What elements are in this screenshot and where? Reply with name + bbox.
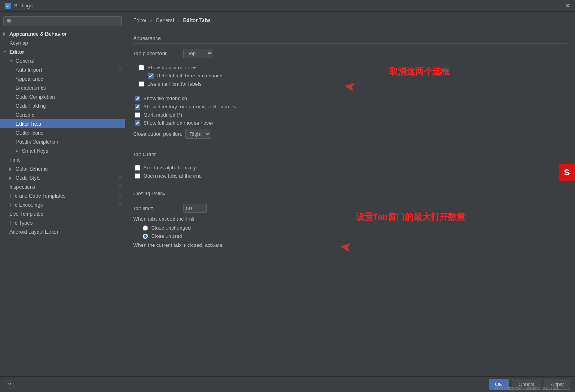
sidebar-item-file-code-templates[interactable]: File and Code Templates ⊞ [0,191,125,200]
close-unchanged-radio[interactable] [143,225,148,231]
expand-arrow: ▶ [9,167,14,171]
open-new-end-row: Open new tabs at the end [133,173,567,179]
mark-modified-row: Mark modified (*) [133,112,567,118]
sidebar-item-color-scheme[interactable]: ▶ Color Scheme [0,164,125,173]
close-unchanged-label[interactable]: Close unchanged [151,225,191,231]
sidebar-label: Android Layout Editor [9,229,58,235]
sidebar-item-breadcrumbs[interactable]: Breadcrumbs [0,83,125,92]
sidebar-item-editor-tabs[interactable]: Editor Tabs [0,119,125,128]
show-full-path-checkbox[interactable] [135,120,140,126]
sidebar-item-file-types[interactable]: File Types [0,218,125,227]
bottom-bar: ? OK Cancel Apply https://blog.csdn.net/… [0,376,575,392]
sidebar-label: General [16,58,34,64]
window-title: Settings [14,3,33,9]
sidebar-item-keymap[interactable]: Keymap [0,38,125,47]
when-closed-label: When the current tab is closed, activate… [133,242,224,248]
show-full-path-label[interactable]: Show full path on mouse hover [143,120,213,126]
close-button[interactable]: ✕ [565,3,570,9]
content-area: Editor › General › Editor Tabs Appearanc… [125,12,575,392]
tab-placement-select[interactable]: Top Bottom Left Right None [183,49,213,58]
show-directory-label[interactable]: Show directory for non-unique file names [143,104,236,110]
sidebar-item-android-layout-editor[interactable]: Android Layout Editor [0,227,125,236]
sidebar-item-appearance-behavior[interactable]: ▶ Appearance & Behavior [0,29,125,38]
mark-modified-checkbox[interactable] [135,112,140,118]
hide-tabs-no-space-checkbox[interactable] [148,73,154,79]
open-new-end-checkbox[interactable] [135,173,140,179]
sidebar-item-gutter-icons[interactable]: Gutter Icons [0,128,125,137]
sidebar-item-console[interactable]: Console [0,110,125,119]
sidebar-label: Auto Import [16,67,42,73]
closing-policy-title: Closing Policy [133,191,567,199]
close-unused-label[interactable]: Close unused [151,233,183,239]
sidebar-label: Code Folding [16,103,46,109]
sidebar-label: Live Templates [9,211,43,217]
sidebar-label: Code Completion [16,94,55,100]
tab-limit-input[interactable] [183,204,207,213]
breadcrumb-current: Editor Tabs [183,17,211,23]
sidebar-label: Smart Keys [22,148,48,154]
close-unused-row: Close unused [133,233,567,239]
sidebar-label: Editor Tabs [16,121,41,127]
show-file-extension-checkbox[interactable] [135,96,140,101]
sidebar-label: Breadcrumbs [16,85,46,91]
sidebar-label: File and Code Templates [9,193,66,199]
tab-order-section: Tab Order Sort tabs alphabetically Open … [125,145,575,184]
sidebar-item-postfix-completion[interactable]: Postfix Completion [0,137,125,146]
show-file-extension-label[interactable]: Show file extension [143,95,187,101]
sidebar-item-inspections[interactable]: Inspections ⊞ [0,182,125,191]
use-small-font-checkbox[interactable] [139,81,144,87]
sidebar-item-code-style[interactable]: ▶ Code Style ⊞ [0,173,125,182]
show-directory-checkbox[interactable] [135,104,140,110]
open-new-end-label[interactable]: Open new tabs at the end [143,173,202,179]
mark-modified-label[interactable]: Mark modified (*) [143,112,182,118]
sidebar-label: File Encodings [9,202,43,208]
hide-tabs-no-space-label[interactable]: Hide tabs if there is no space [157,73,222,79]
close-unused-radio[interactable] [143,234,148,239]
use-small-font-label[interactable]: Use small font for labels [147,81,202,87]
expand-arrow: ▶ [16,149,20,153]
show-tabs-one-row-label[interactable]: Show tabs in one row [147,65,196,70]
copy-icon: ⊞ [118,193,122,198]
closing-policy-section: Closing Policy Tab limit: When tabs exce… [125,184,575,254]
sort-alphabetically-label[interactable]: Sort tabs alphabetically [143,165,196,171]
sort-alphabetically-checkbox[interactable] [135,165,140,171]
sidebar-item-editor[interactable]: ▼ Editor [0,47,125,56]
sidebar-item-live-templates[interactable]: Live Templates [0,209,125,218]
title-bar: IJ Settings ✕ [0,0,575,12]
sidebar-label: Appearance & Behavior [9,31,67,37]
tab-limit-label: Tab limit: [133,205,180,211]
breadcrumb-sep1: › [150,17,152,23]
sidebar-label: Postfix Completion [16,139,58,145]
close-button-select[interactable]: Right Left None [185,129,211,139]
sidebar-label: Editor [9,49,24,55]
breadcrumb-part2: General [156,17,174,23]
when-exceed-label: When tabs exceed the limit: [133,216,196,222]
copy-icon: ⊞ [118,202,122,207]
show-directory-row: Show directory for non-unique file names [133,104,567,110]
show-tabs-one-row-checkbox[interactable] [139,65,144,70]
copy-icon: ⊞ [118,184,122,189]
copy-icon: ⊞ [118,175,122,180]
expand-arrow: ▶ [9,176,14,180]
expand-arrow: ▼ [3,50,8,54]
expand-arrow: ▼ [9,59,14,63]
search-box[interactable]: 🔍 [3,16,122,26]
main-layout: 🔍 ▶ Appearance & Behavior Keymap ▼ Edito… [0,12,575,392]
tab-order-title: Tab Order [133,151,567,160]
sidebar-item-font[interactable]: Font [0,155,125,164]
sidebar-item-smart-keys[interactable]: ▶ Smart Keys [0,146,125,155]
expand-arrow: ▶ [3,32,8,36]
show-full-path-row: Show full path on mouse hover [133,120,567,126]
sidebar-item-general[interactable]: ▼ General [0,56,125,65]
sidebar-item-code-completion[interactable]: Code Completion [0,92,125,101]
sidebar-item-appearance[interactable]: Appearance [0,74,125,83]
sidebar-label: Gutter Icons [16,130,43,136]
help-button[interactable]: ? [5,380,14,389]
breadcrumb: Editor › General › Editor Tabs [125,12,575,29]
sidebar-label: Code Style [16,175,41,181]
sidebar-item-code-folding[interactable]: Code Folding [0,101,125,110]
search-input[interactable] [15,18,118,24]
sidebar-item-file-encodings[interactable]: File Encodings ⊞ [0,200,125,209]
url-bar: https://blog.csdn.net/yang_36637398 [495,386,559,392]
sidebar-item-auto-import[interactable]: Auto Import ⊞ [0,65,125,74]
